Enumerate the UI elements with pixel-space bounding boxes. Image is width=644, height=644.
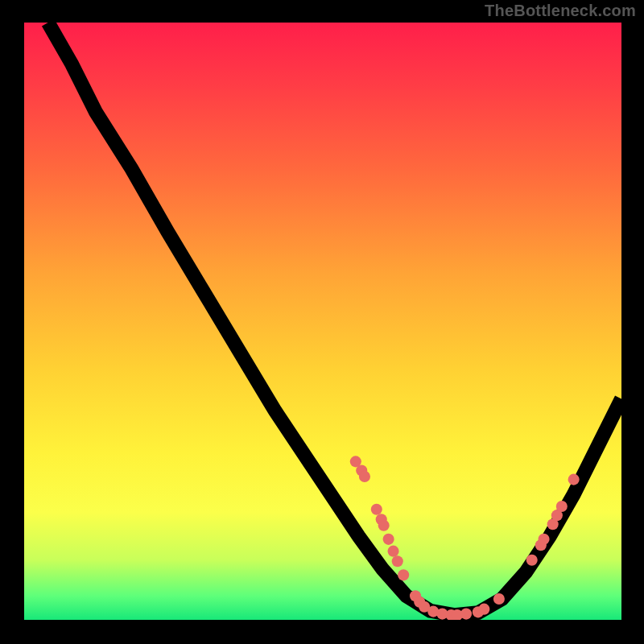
data-points (350, 456, 580, 620)
data-point (493, 593, 505, 605)
chart-frame: TheBottleneck.com (0, 0, 644, 644)
data-point (568, 474, 580, 485)
bottleneck-curve (48, 23, 621, 615)
data-point (538, 534, 549, 545)
data-point (478, 604, 489, 615)
data-point (371, 504, 382, 515)
data-point (388, 546, 399, 557)
data-point (359, 471, 370, 482)
data-point (392, 555, 403, 567)
data-point (383, 534, 394, 545)
data-point (398, 569, 409, 580)
plot-area (24, 23, 621, 620)
data-point (460, 609, 472, 620)
data-point (556, 501, 568, 512)
data-point (526, 555, 538, 566)
watermark-text: TheBottleneck.com (485, 2, 636, 20)
data-point (378, 520, 390, 531)
chart-overlay (24, 23, 621, 620)
